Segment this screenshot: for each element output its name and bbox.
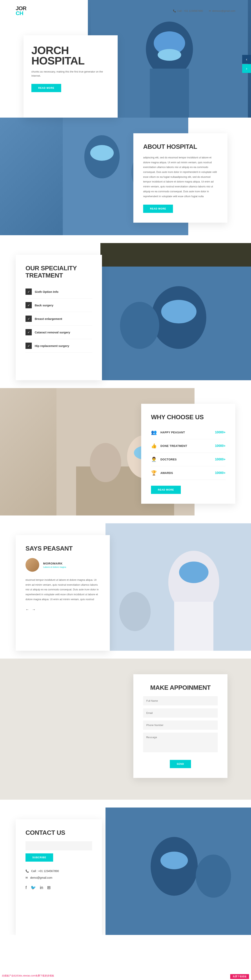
specialty-list: ✓Sixth Option Info ✓Back surgery ✓Breast… [26, 285, 92, 353]
testimonial-title: SAYS PEASANT [26, 545, 100, 552]
email-text: demoxx@gmail.com [212, 10, 235, 12]
svg-point-8 [90, 145, 114, 161]
hero-subtitle: chunks as necessary, making this the fir… [31, 70, 110, 78]
mail-icon: ✉ [26, 876, 28, 879]
stat-value: 10000+ [215, 458, 225, 461]
contact-email[interactable]: ✉ demo@gmail.com [26, 876, 92, 879]
stat-value: 10000+ [215, 471, 225, 475]
check-icon: ✓ [26, 343, 32, 349]
about-card: ABOUT HOSPITAL adipiscing elit, sed do e… [133, 133, 227, 223]
specialty-title: OUR SPECIALITY TREATMENT [26, 265, 92, 279]
hero-card: JORCH HOSPITAL chunks as necessary, maki… [24, 35, 118, 118]
testimonial-card: SAYS PEASANT MOROMARK Labore et dolore m… [16, 535, 110, 651]
list-item[interactable]: ✓Back surgery [26, 299, 92, 312]
person-name: MOROMARK [43, 562, 66, 565]
stat-label: AWARDS [160, 471, 173, 474]
svg-point-22 [179, 562, 208, 583]
contact-card: CONTACT US SUBCRIBE 📞 Call : +01 1234567… [16, 819, 102, 935]
slider-navigation: ‹ › [242, 55, 251, 73]
testimonial-next-button[interactable]: → [32, 608, 35, 612]
send-button[interactable]: SEND [170, 760, 191, 768]
mail-icon: ✉ [209, 10, 211, 12]
contact-phone-text: Call : +01 1234567890 [31, 869, 59, 873]
contact-info: 📞 Call : +01 1234567890 ✉ demo@gmail.com… [26, 869, 92, 890]
subscribe-input[interactable] [26, 841, 92, 850]
stat-row: 👍DONE TREATMENT 10000+ [151, 439, 225, 453]
social-links: f 🐦 in ⊞ [26, 885, 92, 890]
hero-readmore-button[interactable]: READ MORE [31, 84, 61, 92]
header-email[interactable]: ✉ demoxx@gmail.com [209, 10, 235, 12]
stat-label: HAPPY PEASANT [160, 431, 185, 434]
svg-rect-3 [150, 68, 189, 118]
appointment-section: MAKE APPOINMENT SEND [0, 659, 251, 800]
about-text: adipiscing elit, sed do eiusmod tempor i… [143, 155, 217, 199]
about-image [0, 118, 126, 235]
list-item[interactable]: ✓Sixth Option Info [26, 285, 92, 299]
doctor-icon: 👨‍⚕️ [151, 457, 157, 462]
contact-phone[interactable]: 📞 Call : +01 1234567890 [26, 869, 92, 873]
testimonial-person: MOROMARK Labore et dolore magna [26, 558, 100, 572]
testimonial-nav: ← → [26, 608, 100, 612]
specialty-image [101, 243, 251, 380]
svg-rect-23 [174, 602, 213, 651]
thumbsup-icon: 👍 [151, 443, 157, 449]
avatar [26, 558, 39, 572]
contact-email-text: demo@gmail.com [30, 876, 52, 879]
about-title: ABOUT HOSPITAL [143, 143, 217, 150]
about-section: ABOUT HOSPITAL adipiscing elit, sed do e… [0, 118, 251, 235]
appointment-image [0, 659, 101, 800]
whychoose-readmore-button[interactable]: READ MORE [151, 486, 181, 494]
svg-point-14 [161, 300, 197, 323]
twitter-icon[interactable]: 🐦 [30, 885, 36, 890]
about-readmore-button[interactable]: READ MORE [143, 205, 173, 213]
svg-point-18 [90, 443, 121, 482]
phone-input[interactable] [143, 721, 217, 730]
contact-section: CONTACT US SUBCRIBE 📞 Call : +01 1234567… [0, 808, 251, 935]
svg-point-13 [120, 302, 159, 349]
contact-title: CONTACT US [26, 829, 92, 836]
whychoose-card: WHY CHOOSE US 👥HAPPY PEASANT 10000+ 👍DON… [141, 404, 235, 504]
appointment-title: MAKE APPOINMENT [143, 684, 217, 691]
testimonial-image [106, 523, 251, 651]
stat-label: DOCTORES [160, 458, 177, 461]
trophy-icon: 🏆 [151, 470, 157, 476]
svg-point-27 [196, 854, 231, 898]
linkedin-icon[interactable]: in [40, 885, 43, 890]
email-input[interactable] [143, 708, 217, 718]
spec-label: Hip replacement surgery [35, 344, 69, 347]
specialty-section: OUR SPECIALITY TREATMENT ✓Sixth Option I… [0, 243, 251, 380]
list-item[interactable]: ✓Cataract removal surgery [26, 326, 92, 339]
stat-value: 10000+ [215, 444, 225, 448]
svg-point-28 [160, 852, 188, 869]
list-item[interactable]: ✓Hip replacement surgery [26, 339, 92, 353]
specialty-card: OUR SPECIALITY TREATMENT ✓Sixth Option I… [16, 255, 102, 380]
logo[interactable]: JOR CH [16, 6, 27, 16]
whychoose-title: WHY CHOOSE US [151, 414, 225, 421]
hero-title: JORCH HOSPITAL [31, 45, 110, 66]
header-contacts: 📞 Call : +01 1234567890 ✉ demoxx@gmail.c… [173, 10, 235, 12]
svg-point-24 [119, 592, 150, 631]
stat-row: 👥HAPPY PEASANT 10000+ [151, 426, 225, 439]
person-subtitle: Labore et dolore magna [43, 566, 66, 568]
people-icon: 👥 [151, 430, 157, 435]
header-phone[interactable]: 📞 Call : +01 1234567890 [173, 10, 203, 12]
testimonial-prev-button[interactable]: ← [26, 608, 29, 612]
name-input[interactable] [143, 696, 217, 705]
instagram-icon[interactable]: ⊞ [47, 885, 51, 890]
testimonial-section: SAYS PEASANT MOROMARK Labore et dolore m… [0, 523, 251, 651]
stat-value: 10000+ [215, 431, 225, 434]
check-icon: ✓ [26, 315, 32, 322]
phone-text: Call : +01 1234567890 [177, 10, 203, 12]
phone-icon: 📞 [173, 10, 176, 12]
list-item[interactable]: ✓Breast enlargement [26, 312, 92, 326]
whychoose-image [0, 388, 138, 515]
slider-next-button[interactable]: › [242, 64, 251, 73]
check-icon: ✓ [26, 288, 32, 295]
spec-label: Cataract removal surgery [35, 331, 70, 334]
slider-prev-button[interactable]: ‹ [242, 55, 251, 64]
subscribe-button[interactable]: SUBCRIBE [26, 853, 53, 862]
message-input[interactable] [143, 733, 217, 752]
facebook-icon[interactable]: f [26, 885, 27, 890]
contact-image [106, 808, 251, 935]
spec-label: Breast enlargement [35, 317, 62, 320]
